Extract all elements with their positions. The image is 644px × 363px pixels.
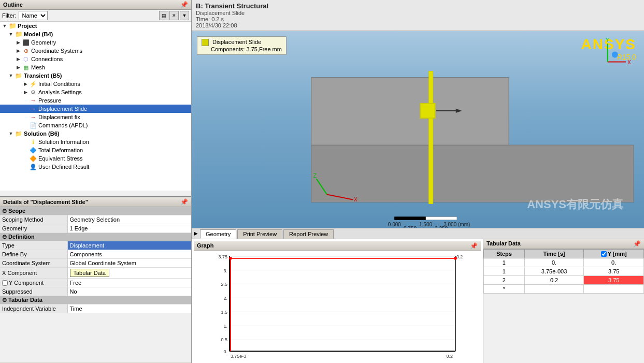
- section-tabular: ⊖ Tabular Data: [0, 296, 191, 304]
- tab-report-preview[interactable]: Report Preview: [283, 229, 334, 239]
- label-equiv-stress: Equivalent Stress: [38, 155, 83, 162]
- graph-pin[interactable]: 📌: [470, 242, 478, 250]
- details-pin-icon[interactable]: 📌: [180, 198, 188, 206]
- val-type[interactable]: Displacement: [67, 241, 191, 250]
- label-solution: Solution (B6): [24, 130, 59, 137]
- tree-item-disp-fix[interactable]: ▶ → Displacement fix: [0, 113, 191, 121]
- pin-icon[interactable]: 📌: [180, 1, 188, 8]
- expand-model[interactable]: ▼: [7, 32, 15, 37]
- tree-item-equiv-stress[interactable]: ▶ 🔶 Equivalent Stress: [0, 154, 191, 163]
- filter-icon-1[interactable]: ▤: [159, 11, 168, 20]
- row-define-by: Define By Components: [0, 250, 191, 259]
- tree-item-pressure[interactable]: ▶ → Pressure: [0, 96, 191, 105]
- row2-y: 3.75: [584, 267, 644, 276]
- tree-item-user-result[interactable]: ▶ 👤 User Defined Result: [0, 163, 191, 171]
- val-coord-system[interactable]: Global Coordinate System: [67, 259, 191, 268]
- expand-initial[interactable]: ▶: [22, 81, 29, 86]
- val-geometry[interactable]: 1 Edge: [67, 224, 191, 233]
- key-suppressed: Suppressed: [0, 287, 67, 296]
- tabular-header: Tabular Data 📌: [483, 239, 644, 249]
- section-definition-label: ⊖ Definition: [0, 233, 191, 241]
- tabular-pin[interactable]: 📌: [633, 240, 641, 248]
- tree-item-connections[interactable]: ▶ ⬡ Connections: [0, 55, 191, 63]
- svg-point-48: [454, 257, 457, 260]
- tree-item-solution[interactable]: ▼ 📁 Solution (B6): [0, 129, 191, 138]
- svg-point-47: [229, 257, 232, 260]
- filter-select[interactable]: Name: [19, 11, 48, 20]
- svg-text:X: X: [354, 197, 357, 202]
- details-table: ⊖ Scope Scoping Method Geometry Selectio…: [0, 207, 191, 313]
- key-coord-system: Coordinate System: [0, 259, 67, 268]
- tree-container: ▼ 📁 Project ▼ 📁 Model (B4) ▶ ⬛ Geometry: [0, 22, 191, 191]
- label-coordinate: Coordinate Systems: [31, 48, 82, 54]
- details-title-text: Details of "Displacement Slide": [3, 199, 88, 205]
- filter-icon-2[interactable]: ✕: [169, 11, 179, 20]
- svg-text:1.5: 1.5: [221, 310, 227, 315]
- col-steps: Steps: [484, 250, 525, 258]
- expand-project[interactable]: ▼: [1, 23, 8, 28]
- tab-geometry[interactable]: Geometry: [200, 229, 236, 239]
- tree-item-initial[interactable]: ▶ ⚡ Initial Conditions: [0, 80, 191, 88]
- val-independent-var[interactable]: Time: [67, 304, 191, 313]
- row2-step: 1: [484, 267, 525, 276]
- label-initial: Initial Conditions: [38, 81, 80, 87]
- tab-print-preview[interactable]: Print Preview: [237, 229, 282, 239]
- graph-title: Graph: [197, 242, 213, 250]
- tree-item-model[interactable]: ▼ 📁 Model (B4): [0, 30, 191, 38]
- tree-item-project[interactable]: ▼ 📁 Project: [0, 22, 191, 30]
- val-y-component[interactable]: Free: [67, 279, 191, 287]
- col-y: Y [mm]: [584, 250, 644, 258]
- val-x-component[interactable]: Tabular Data: [67, 268, 191, 279]
- tree-item-commands[interactable]: ▶ 📄 Commands (APDL): [0, 121, 191, 129]
- tabular-row-star: *: [484, 285, 644, 294]
- y-component-checkbox[interactable]: [2, 280, 8, 286]
- row3-time: 0.2: [524, 276, 584, 285]
- svg-text:3.: 3.: [224, 268, 227, 273]
- svg-text:Y: Y: [606, 37, 609, 43]
- filter-icon-3[interactable]: ▼: [180, 11, 189, 20]
- row2-time: 3.75e-003: [524, 267, 584, 276]
- tree-item-coordinate[interactable]: ▶ ⊕ Coordinate Systems: [0, 47, 191, 55]
- mesh-icon: ▦: [22, 64, 30, 71]
- svg-text:1.500: 1.500: [419, 222, 432, 227]
- 3d-viewport[interactable]: ANSYS R15.0 Displacement Slide Component…: [192, 31, 644, 228]
- label-mesh: Mesh: [31, 64, 45, 70]
- tree-item-total-def[interactable]: ▶ 🔷 Total Deformation: [0, 146, 191, 154]
- col-y-checkbox[interactable]: [601, 251, 607, 257]
- val-define-by[interactable]: Components: [67, 250, 191, 259]
- graph-svg: 3.75 3. 2.5 2. 1.5 1. 0.5 0. 3.75e-3 0.2: [194, 251, 481, 363]
- expand-mesh[interactable]: ▶: [15, 65, 22, 70]
- expand-transient[interactable]: ▼: [7, 73, 15, 78]
- row3-step: 2: [484, 276, 525, 285]
- tree-item-analysis[interactable]: ▶ ⚙ Analysis Settings: [0, 88, 191, 96]
- key-x-component: X Component: [0, 268, 67, 279]
- svg-text:3.75e-3: 3.75e-3: [231, 354, 246, 359]
- tree-item-sol-info[interactable]: ▶ ℹ Solution Information: [0, 138, 191, 146]
- filter-label: Filter:: [2, 12, 17, 19]
- col-time: Time [s]: [524, 250, 584, 258]
- svg-rect-0: [311, 145, 634, 202]
- expand-geometry[interactable]: ▶: [15, 40, 22, 45]
- solution-icon: 📁: [15, 130, 23, 137]
- cube-icon-geometry: ⬛: [22, 39, 30, 46]
- expand-coordinate[interactable]: ▶: [15, 48, 22, 53]
- tree-item-disp-slide[interactable]: ▶ → Displacement Slide: [0, 105, 191, 113]
- val-suppressed[interactable]: No: [67, 287, 191, 296]
- tree-item-transient[interactable]: ▼ 📁 Transient (B5): [0, 71, 191, 80]
- viewport-subtitle2: Time: 0.2 s: [196, 16, 640, 22]
- expand-solution[interactable]: ▼: [7, 131, 15, 136]
- viewport-subtitle1: Displacement Slide: [196, 10, 640, 16]
- expand-connections[interactable]: ▶: [15, 56, 22, 62]
- tree-item-mesh[interactable]: ▶ ▦ Mesh: [0, 63, 191, 71]
- section-tabular-label: ⊖ Tabular Data: [0, 296, 191, 304]
- row1-y: 0.: [584, 258, 644, 267]
- val-scoping-method[interactable]: Geometry Selection: [67, 215, 191, 224]
- label-user-result: User Defined Result: [38, 164, 89, 170]
- row-star-time: [524, 285, 584, 294]
- tab-content: Graph 📌: [192, 239, 644, 363]
- label-project: Project: [18, 23, 37, 29]
- viewport-main-title: B: Transient Structural: [196, 2, 640, 10]
- expand-analysis[interactable]: ▶: [22, 90, 29, 95]
- tree-item-geometry[interactable]: ▶ ⬛ Geometry: [0, 38, 191, 47]
- graph-header: Graph 📌: [194, 241, 481, 251]
